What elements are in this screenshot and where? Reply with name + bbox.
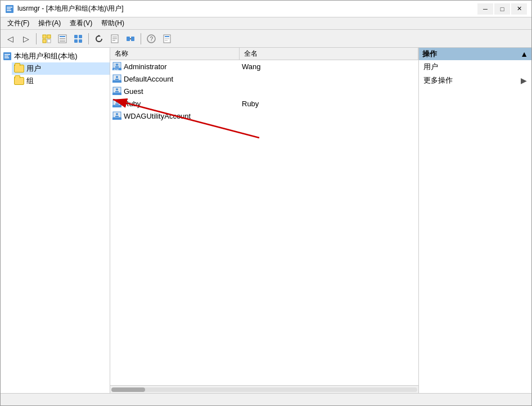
- close-button[interactable]: ✕: [511, 3, 527, 15]
- row-name: Guest: [110, 87, 240, 96]
- svg-text:?: ?: [150, 36, 154, 42]
- show-button[interactable]: [55, 32, 70, 46]
- menu-file[interactable]: 文件(F): [3, 17, 34, 29]
- table-row[interactable]: ADM Administrator Wang: [110, 60, 418, 73]
- chevron-right-icon: ▶: [521, 76, 527, 85]
- svg-rect-51: [112, 105, 121, 107]
- main-window: lusrmgr - [本地用户和组(本地)\用户] ─ □ ✕ 文件(F) 操作…: [0, 0, 532, 406]
- window-title: lusrmgr - [本地用户和组(本地)\用户]: [17, 4, 477, 13]
- row-name: Ruby: [110, 99, 240, 108]
- col-header-fullname[interactable]: 全名: [240, 48, 418, 60]
- up-button[interactable]: [39, 32, 54, 46]
- menu-view[interactable]: 查看(V): [65, 17, 97, 29]
- svg-rect-31: [4, 54, 10, 55]
- nav-root-label: 本地用户和组(本地): [14, 51, 78, 61]
- forward-button[interactable]: ▷: [19, 32, 33, 46]
- svg-rect-46: [115, 91, 119, 92]
- titlebar-controls: ─ □ ✕: [477, 3, 527, 15]
- svg-rect-14: [74, 39, 78, 43]
- actions-item-more-label: 更多操作: [423, 75, 453, 85]
- minimize-button[interactable]: ─: [477, 3, 493, 15]
- table-row[interactable]: Guest: [110, 85, 418, 97]
- svg-rect-54: [115, 116, 119, 117]
- scrollbar-track: [111, 387, 417, 392]
- app-icon: [5, 4, 14, 13]
- scrollbar-thumb[interactable]: [111, 387, 145, 392]
- svg-rect-12: [74, 35, 78, 38]
- properties-button[interactable]: [160, 32, 174, 46]
- refresh-button[interactable]: [92, 32, 106, 46]
- svg-rect-19: [112, 38, 117, 39]
- connect-button[interactable]: [123, 32, 138, 46]
- table-row[interactable]: Ruby Ruby: [110, 97, 418, 110]
- actions-item-more[interactable]: 更多操作 ▶: [419, 74, 531, 87]
- row-name: ADM Administrator: [110, 62, 240, 71]
- nav-item-groups[interactable]: 组: [12, 75, 110, 87]
- svg-point-36: [116, 64, 118, 66]
- row-name: DefaultAccount: [110, 74, 240, 83]
- row-fullname: Ruby: [240, 100, 418, 108]
- actions-title: 操作: [422, 49, 437, 59]
- svg-rect-42: [115, 79, 119, 80]
- svg-rect-5: [47, 35, 51, 38]
- svg-text:ADM: ADM: [114, 68, 119, 71]
- svg-rect-11: [60, 40, 65, 42]
- svg-rect-43: [112, 80, 121, 83]
- nav-pane: 本地用户和组(本地) 用户 组: [1, 48, 110, 393]
- actions-header[interactable]: 操作 ▲: [419, 48, 531, 60]
- actions-item-users[interactable]: 用户: [419, 60, 531, 74]
- svg-rect-3: [7, 10, 11, 11]
- svg-rect-33: [4, 57, 9, 58]
- svg-rect-2: [7, 8, 11, 10]
- actions-pane: 操作 ▲ 用户 更多操作 ▶: [419, 48, 531, 393]
- back-button[interactable]: ◁: [3, 32, 17, 46]
- row-name: WDAGUtilityAccount: [110, 111, 240, 120]
- collapse-icon[interactable]: ▲: [520, 49, 528, 58]
- svg-rect-7: [47, 39, 51, 43]
- maximize-button[interactable]: □: [494, 3, 510, 15]
- folder-icon: [14, 65, 24, 73]
- svg-rect-55: [112, 118, 121, 120]
- list-header: 名称 全名: [110, 48, 418, 60]
- separator-1: [36, 33, 37, 44]
- separator-3: [141, 33, 141, 44]
- row-fullname: Wang: [240, 62, 418, 71]
- nav-children: 用户 组: [1, 62, 110, 87]
- toolbar: ◁ ▷: [1, 30, 531, 48]
- menubar: 文件(F) 操作(A) 查看(V) 帮助(H): [1, 17, 531, 30]
- svg-rect-18: [112, 37, 117, 38]
- statusbar: [1, 393, 531, 405]
- svg-rect-1: [7, 7, 12, 8]
- user-icon: [112, 74, 121, 83]
- main-content: 本地用户和组(本地) 用户 组 名称 全名: [1, 48, 531, 393]
- menu-action[interactable]: 操作(A): [34, 17, 65, 29]
- content-area: 本地用户和组(本地) 用户 组 名称 全名: [1, 48, 531, 393]
- help-button[interactable]: ?: [144, 32, 159, 46]
- svg-rect-15: [79, 39, 82, 43]
- horizontal-scrollbar[interactable]: [110, 385, 418, 393]
- col-header-name[interactable]: 名称: [110, 48, 240, 60]
- table-row[interactable]: DefaultAccount: [110, 73, 418, 85]
- svg-rect-10: [60, 38, 65, 39]
- svg-rect-28: [165, 38, 169, 39]
- svg-point-49: [116, 101, 118, 103]
- svg-rect-4: [43, 35, 46, 38]
- list-pane: 名称 全名: [110, 48, 419, 393]
- nav-root-item[interactable]: 本地用户和组(本地): [1, 50, 110, 62]
- user-icon: [112, 87, 121, 96]
- svg-rect-50: [115, 103, 119, 105]
- svg-rect-21: [127, 37, 130, 41]
- svg-rect-47: [112, 93, 121, 95]
- nav-item-users[interactable]: 用户: [12, 62, 110, 75]
- table-row[interactable]: WDAGUtilityAccount: [110, 110, 418, 122]
- menu-help[interactable]: 帮助(H): [97, 17, 129, 29]
- svg-rect-22: [131, 37, 134, 41]
- svg-point-53: [116, 113, 118, 115]
- export-button[interactable]: [107, 32, 122, 46]
- user-icon: ADM: [112, 62, 121, 71]
- nav-users-label: 用户: [26, 64, 41, 74]
- svg-point-45: [116, 88, 118, 91]
- actions-item-label: 用户: [423, 62, 438, 72]
- svg-rect-13: [79, 35, 82, 38]
- list-view-button[interactable]: [71, 32, 85, 46]
